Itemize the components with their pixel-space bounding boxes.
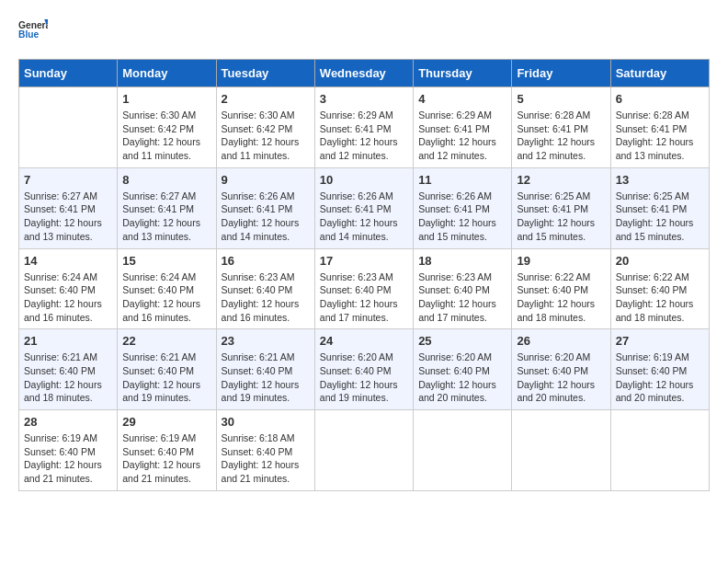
day-number: 7 <box>24 173 112 187</box>
calendar-cell: 30Sunrise: 6:18 AMSunset: 6:40 PMDayligh… <box>216 410 314 491</box>
day-number: 22 <box>122 334 210 348</box>
day-info: Sunrise: 6:25 AMSunset: 6:41 PMDaylight:… <box>517 190 605 244</box>
weekday-header-monday: Monday <box>118 60 216 87</box>
calendar-cell: 10Sunrise: 6:26 AMSunset: 6:41 PMDayligh… <box>314 167 413 248</box>
calendar-cell: 22Sunrise: 6:21 AMSunset: 6:40 PMDayligh… <box>118 329 216 410</box>
week-row-4: 21Sunrise: 6:21 AMSunset: 6:40 PMDayligh… <box>19 329 710 410</box>
day-info: Sunrise: 6:24 AMSunset: 6:40 PMDaylight:… <box>24 270 112 325</box>
calendar-cell <box>512 410 610 491</box>
day-number: 8 <box>122 173 210 187</box>
week-row-5: 28Sunrise: 6:19 AMSunset: 6:40 PMDayligh… <box>19 410 710 491</box>
day-info: Sunrise: 6:29 AMSunset: 6:41 PMDaylight:… <box>320 109 408 163</box>
weekday-header-wednesday: Wednesday <box>314 60 413 87</box>
day-number: 29 <box>122 415 210 429</box>
calendar-cell: 7Sunrise: 6:27 AMSunset: 6:41 PMDaylight… <box>19 167 118 248</box>
calendar-cell: 27Sunrise: 6:19 AMSunset: 6:40 PMDayligh… <box>610 329 709 410</box>
day-number: 17 <box>320 254 408 268</box>
day-info: Sunrise: 6:24 AMSunset: 6:40 PMDaylight:… <box>122 270 210 325</box>
day-info: Sunrise: 6:19 AMSunset: 6:40 PMDaylight:… <box>616 350 704 405</box>
weekday-header-saturday: Saturday <box>610 60 709 87</box>
calendar-cell <box>314 410 413 491</box>
day-info: Sunrise: 6:20 AMSunset: 6:40 PMDaylight:… <box>320 350 408 405</box>
day-info: Sunrise: 6:23 AMSunset: 6:40 PMDaylight:… <box>320 270 408 325</box>
day-number: 1 <box>122 92 210 106</box>
day-info: Sunrise: 6:19 AMSunset: 6:40 PMDaylight:… <box>24 431 112 486</box>
day-number: 2 <box>222 92 310 106</box>
svg-text:General: General <box>18 20 48 30</box>
calendar-cell: 29Sunrise: 6:19 AMSunset: 6:40 PMDayligh… <box>118 410 216 491</box>
week-row-3: 14Sunrise: 6:24 AMSunset: 6:40 PMDayligh… <box>19 248 710 329</box>
weekday-header-tuesday: Tuesday <box>216 60 314 87</box>
calendar-cell: 6Sunrise: 6:28 AMSunset: 6:41 PMDaylight… <box>610 87 709 168</box>
day-info: Sunrise: 6:20 AMSunset: 6:40 PMDaylight:… <box>517 350 605 405</box>
day-number: 25 <box>418 334 506 348</box>
calendar-cell: 3Sunrise: 6:29 AMSunset: 6:41 PMDaylight… <box>314 87 413 168</box>
svg-text:Blue: Blue <box>18 29 39 40</box>
day-number: 15 <box>122 254 210 268</box>
calendar-cell <box>414 410 512 491</box>
day-number: 28 <box>24 415 112 429</box>
weekday-header-row: SundayMondayTuesdayWednesdayThursdayFrid… <box>19 60 710 87</box>
day-number: 6 <box>616 92 704 106</box>
day-info: Sunrise: 6:26 AMSunset: 6:41 PMDaylight:… <box>222 190 310 244</box>
day-number: 24 <box>320 334 408 348</box>
calendar-cell: 2Sunrise: 6:30 AMSunset: 6:42 PMDaylight… <box>216 87 314 168</box>
day-number: 4 <box>418 92 506 106</box>
calendar-cell: 15Sunrise: 6:24 AMSunset: 6:40 PMDayligh… <box>118 248 216 329</box>
day-info: Sunrise: 6:19 AMSunset: 6:40 PMDaylight:… <box>122 431 210 486</box>
day-number: 11 <box>418 173 506 187</box>
weekday-header-friday: Friday <box>512 60 610 87</box>
day-number: 16 <box>222 254 310 268</box>
calendar-cell: 19Sunrise: 6:22 AMSunset: 6:40 PMDayligh… <box>512 248 610 329</box>
day-number: 20 <box>616 254 704 268</box>
day-info: Sunrise: 6:27 AMSunset: 6:41 PMDaylight:… <box>122 190 210 244</box>
day-number: 5 <box>517 92 605 106</box>
day-info: Sunrise: 6:29 AMSunset: 6:41 PMDaylight:… <box>418 109 506 163</box>
calendar-cell: 26Sunrise: 6:20 AMSunset: 6:40 PMDayligh… <box>512 329 610 410</box>
calendar-cell <box>610 410 709 491</box>
logo-svg: General Blue <box>18 15 48 48</box>
weekday-header-sunday: Sunday <box>19 60 118 87</box>
day-number: 18 <box>418 254 506 268</box>
calendar-cell: 12Sunrise: 6:25 AMSunset: 6:41 PMDayligh… <box>512 167 610 248</box>
day-number: 3 <box>320 92 408 106</box>
calendar-cell: 24Sunrise: 6:20 AMSunset: 6:40 PMDayligh… <box>314 329 413 410</box>
calendar-cell: 8Sunrise: 6:27 AMSunset: 6:41 PMDaylight… <box>118 167 216 248</box>
day-number: 27 <box>616 334 704 348</box>
calendar-cell: 9Sunrise: 6:26 AMSunset: 6:41 PMDaylight… <box>216 167 314 248</box>
day-info: Sunrise: 6:22 AMSunset: 6:40 PMDaylight:… <box>616 270 704 325</box>
day-number: 30 <box>222 415 310 429</box>
day-number: 23 <box>222 334 310 348</box>
calendar-cell <box>19 87 118 168</box>
calendar-cell: 11Sunrise: 6:26 AMSunset: 6:41 PMDayligh… <box>414 167 512 248</box>
day-number: 12 <box>517 173 605 187</box>
week-row-2: 7Sunrise: 6:27 AMSunset: 6:41 PMDaylight… <box>19 167 710 248</box>
calendar-cell: 17Sunrise: 6:23 AMSunset: 6:40 PMDayligh… <box>314 248 413 329</box>
calendar-cell: 1Sunrise: 6:30 AMSunset: 6:42 PMDaylight… <box>118 87 216 168</box>
day-info: Sunrise: 6:26 AMSunset: 6:41 PMDaylight:… <box>418 190 506 244</box>
day-number: 19 <box>517 254 605 268</box>
calendar-cell: 25Sunrise: 6:20 AMSunset: 6:40 PMDayligh… <box>414 329 512 410</box>
calendar-cell: 20Sunrise: 6:22 AMSunset: 6:40 PMDayligh… <box>610 248 709 329</box>
day-number: 9 <box>222 173 310 187</box>
day-info: Sunrise: 6:21 AMSunset: 6:40 PMDaylight:… <box>24 350 112 405</box>
day-number: 13 <box>616 173 704 187</box>
calendar-cell: 4Sunrise: 6:29 AMSunset: 6:41 PMDaylight… <box>414 87 512 168</box>
weekday-header-thursday: Thursday <box>414 60 512 87</box>
logo: General Blue <box>18 15 48 48</box>
day-info: Sunrise: 6:30 AMSunset: 6:42 PMDaylight:… <box>222 109 310 163</box>
day-info: Sunrise: 6:23 AMSunset: 6:40 PMDaylight:… <box>418 270 506 325</box>
calendar-cell: 28Sunrise: 6:19 AMSunset: 6:40 PMDayligh… <box>19 410 118 491</box>
day-info: Sunrise: 6:21 AMSunset: 6:40 PMDaylight:… <box>222 350 310 405</box>
calendar-cell: 16Sunrise: 6:23 AMSunset: 6:40 PMDayligh… <box>216 248 314 329</box>
calendar-cell: 21Sunrise: 6:21 AMSunset: 6:40 PMDayligh… <box>19 329 118 410</box>
day-info: Sunrise: 6:23 AMSunset: 6:40 PMDaylight:… <box>222 270 310 325</box>
day-info: Sunrise: 6:26 AMSunset: 6:41 PMDaylight:… <box>320 190 408 244</box>
day-info: Sunrise: 6:20 AMSunset: 6:40 PMDaylight:… <box>418 350 506 405</box>
calendar-cell: 14Sunrise: 6:24 AMSunset: 6:40 PMDayligh… <box>19 248 118 329</box>
calendar-cell: 18Sunrise: 6:23 AMSunset: 6:40 PMDayligh… <box>414 248 512 329</box>
day-number: 21 <box>24 334 112 348</box>
day-number: 10 <box>320 173 408 187</box>
week-row-1: 1Sunrise: 6:30 AMSunset: 6:42 PMDaylight… <box>19 87 710 168</box>
day-info: Sunrise: 6:28 AMSunset: 6:41 PMDaylight:… <box>616 109 704 163</box>
